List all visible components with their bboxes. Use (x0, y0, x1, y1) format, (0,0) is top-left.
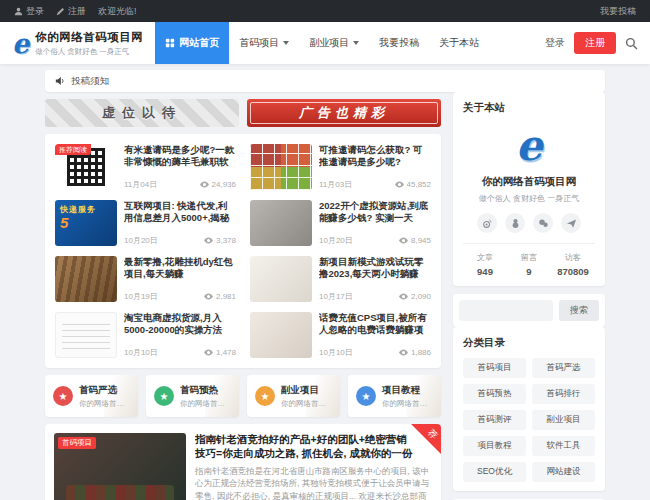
category-link[interactable]: 首码项目 (463, 358, 526, 378)
category-card-label: 项目教程 (382, 384, 433, 397)
wechat-icon[interactable] (533, 213, 553, 233)
search-widget: 搜索 (453, 294, 605, 327)
category-card-desc: 你的网络首码项目… (79, 399, 130, 409)
article-date: 11月04日 (124, 179, 157, 190)
search-icon[interactable] (625, 37, 638, 50)
chevron-down-icon (283, 41, 289, 45)
recommend-badge: 推荐阅读 (55, 144, 91, 155)
nav-item-home[interactable]: 网站首页 (155, 22, 229, 64)
article-list: 推荐阅读 有米邀请码是多少呢?一款非常慷慨的薅羊毛兼职软件 11月04日 24,… (45, 134, 441, 368)
about-site-name: 你的网络首码项目网 (463, 175, 595, 189)
category-card-row: ★ 首码严选 你的网络首码项目… ★ 首码预热 你的网络首码项目… ★ (45, 375, 441, 417)
speaker-icon (55, 76, 65, 86)
category-card-fuye[interactable]: ★ 副业项目 你的网络首码项目… (247, 375, 340, 417)
main-nav: 网站首页 首码项目 副业项目 我要投稿 关于本站 (155, 22, 489, 64)
ad-placeholder-banner[interactable]: 虚位以待 (45, 99, 239, 127)
chevron-down-icon (353, 41, 359, 45)
article-title: 有米邀请码是多少呢?一款非常慷慨的薅羊毛兼职软件 (124, 144, 236, 169)
logo-e-icon: e (12, 30, 29, 57)
share-plane-icon[interactable] (561, 213, 581, 233)
article-views: 2,090 (411, 292, 431, 301)
category-card-label: 副业项目 (281, 384, 332, 397)
featured-article[interactable]: 荐 首码项目 指南针老酒竞拍好的产品+好的团队+绝密营销技巧=你走向成功之路, … (45, 424, 441, 500)
star-icon: ★ (154, 386, 174, 406)
topbar-submit-link[interactable]: 我要投稿 (600, 5, 636, 18)
notice-label: 投稿须知 (71, 75, 109, 88)
category-link[interactable]: 副业项目 (532, 410, 595, 430)
content-column: 虚位以待 广告也精彩 推荐阅读 有米邀请码是多少呢?一款非常慷慨的薅羊毛兼职软件… (45, 92, 441, 500)
nav-item-fuye[interactable]: 副业项目 (299, 22, 369, 64)
notice-bar[interactable]: 投稿须知 (45, 70, 605, 92)
about-tagline: 做个俗人 贪财好色 一身正气 (463, 193, 595, 204)
eye-icon (200, 181, 209, 188)
about-widget: 关于本站 e 你的网络首码项目网 做个俗人 贪财好色 一身正气 文章 (453, 92, 605, 286)
stat-visitors: 访客 870809 (551, 252, 595, 277)
article-item[interactable]: 推荐阅读 有米邀请码是多少呢?一款非常慷慨的薅羊毛兼职软件 11月04日 24,… (55, 144, 236, 190)
article-item[interactable]: 新项目新模式游戏试玩零撸2023,每天两小时躺赚50+ 10月17日 2,090 (250, 256, 431, 302)
sidebar: 关于本站 e 你的网络首码项目网 做个俗人 贪财好色 一身正气 文章 (453, 92, 605, 500)
topbar-register[interactable]: 注册 (56, 5, 86, 18)
category-link[interactable]: 首码严选 (532, 358, 595, 378)
article-views: 45,852 (407, 180, 431, 189)
star-icon: ★ (53, 386, 73, 406)
category-link[interactable]: SEO优化 (463, 462, 526, 482)
article-title: 互联网项目: 快递代发,利用信息差月入5000+,揭秘收费1288元的教程 (124, 200, 236, 225)
eye-icon (399, 293, 408, 300)
stat-comments: 留言 9 (507, 252, 551, 277)
article-title: 话费充值CPS项目,被所有人忽略的电费话费躺赚项目,利润高还省心 (319, 312, 431, 337)
article-thumbnail-express: 快递服务 5 (55, 200, 117, 246)
site-logo[interactable]: e 你的网络首码项目网 做个俗人 贪财好色 一身正气 (12, 30, 143, 57)
article-item[interactable]: 2022开个虚拟资源站,到底能赚多少钱? 实测一天1000到5000元... 1… (250, 200, 431, 246)
category-card-shouma-yure[interactable]: ★ 首码预热 你的网络首码项目… (146, 375, 239, 417)
article-date: 10月17日 (319, 291, 353, 302)
ad-row: 虚位以待 广告也精彩 (45, 99, 441, 127)
featured-title: 指南针老酒竞拍好的产品+好的团队+绝密营销技巧=你走向成功之路, 抓住机会, 成… (195, 433, 432, 461)
qq-icon[interactable] (505, 213, 525, 233)
article-item[interactable]: 快递服务 5 互联网项目: 快递代发,利用信息差月入5000+,揭秘收费1288… (55, 200, 236, 246)
article-thumbnail-light (250, 312, 312, 358)
user-icon (14, 7, 23, 16)
eye-icon (204, 349, 213, 356)
article-views: 3,378 (216, 236, 236, 245)
featured-excerpt: 指南针老酒竞拍是在河北省唐山市路南区服务中心的项目, 该中心为正规合法经营竞拍场… (195, 465, 432, 500)
article-item[interactable]: 可推邀请码怎么获取? 可推邀请码是多少呢? 11月03日 45,852 (250, 144, 431, 190)
site-header: e 你的网络首码项目网 做个俗人 贪财好色 一身正气 网站首页 首码项目 副业项… (0, 22, 650, 64)
login-link[interactable]: 登录 (545, 36, 565, 50)
star-icon: ★ (255, 386, 275, 406)
featured-category-badge: 首码项目 (58, 437, 96, 449)
register-button[interactable]: 注册 (574, 32, 616, 54)
category-link[interactable]: 首码预热 (463, 384, 526, 404)
article-views: 1,886 (411, 348, 431, 357)
nav-item-shouma[interactable]: 首码项目 (229, 22, 299, 64)
weibo-icon[interactable] (477, 213, 497, 233)
category-link[interactable]: 首码排行 (532, 384, 595, 404)
eye-icon (395, 181, 404, 188)
topbar-login[interactable]: 登录 (14, 5, 44, 18)
category-link[interactable]: 首码测评 (463, 410, 526, 430)
article-title: 2022开个虚拟资源站,到底能赚多少钱? 实测一天1000到5000元... (319, 200, 431, 225)
article-date: 10月10日 (319, 347, 353, 358)
article-title: 最新零撸,花雕挂机dy红包项目,每天躺赚 (124, 256, 236, 281)
category-link[interactable]: 软件工具 (532, 436, 595, 456)
search-input[interactable] (459, 300, 553, 321)
article-thumbnail-game (250, 256, 312, 302)
social-links (463, 213, 595, 233)
article-item[interactable]: 话费充值CPS项目,被所有人忽略的电费话费躺赚项目,利润高还省心 10月10日 … (250, 312, 431, 358)
ad-promo-banner[interactable]: 广告也精彩 (247, 99, 441, 127)
nav-item-about[interactable]: 关于本站 (429, 22, 489, 64)
category-link[interactable]: 网站建设 (532, 462, 595, 482)
category-card-shouma-yanxuan[interactable]: ★ 首码严选 你的网络首码项目… (45, 375, 138, 417)
article-thumbnail-woodcarving (55, 256, 117, 302)
article-item[interactable]: 最新零撸,花雕挂机dy红包项目,每天躺赚 10月19日 2,981 (55, 256, 236, 302)
nav-item-submit[interactable]: 我要投稿 (369, 22, 429, 64)
logo-e-icon: e (463, 125, 595, 167)
star-icon: ★ (356, 386, 376, 406)
categories-title: 分类目录 (463, 336, 595, 350)
article-date: 10月19日 (124, 291, 158, 302)
article-views: 1,478 (216, 348, 236, 357)
category-card-jiaocheng[interactable]: ★ 项目教程 你的网络首码项目… (348, 375, 441, 417)
article-item[interactable]: 淘宝电商虚拟货源,月入5000-20000的实操方法 10月10日 1,478 (55, 312, 236, 358)
category-link[interactable]: 项目教程 (463, 436, 526, 456)
search-button[interactable]: 搜索 (559, 300, 599, 321)
site-name: 你的网络首码项目网 (35, 30, 143, 45)
